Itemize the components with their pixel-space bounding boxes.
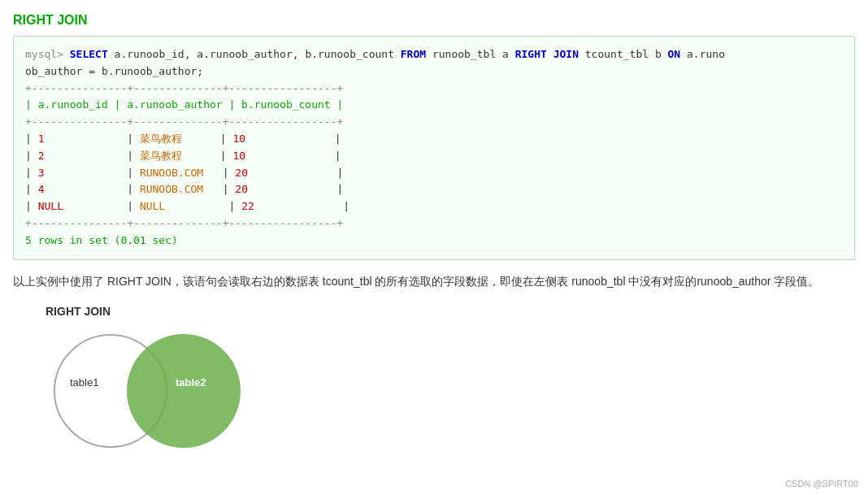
code-kw-from: FROM [401, 48, 426, 60]
row-4: | 4 | RUNOOB.COM | 20 | [25, 183, 343, 195]
diagram-container: RIGHT JOIN table1 table2 [13, 305, 855, 456]
code-query1: a.runoob_id, a.runoob_author, b.runoob_c… [108, 48, 401, 60]
label-table1: table1 [70, 376, 98, 389]
description: 以上实例中使用了 RIGHT JOIN，该语句会读取右边的数据表 tcount_… [13, 271, 855, 292]
row-1: | 1 | 菜鸟教程 | 10 | [25, 132, 341, 145]
code-sep2: +---------------+--------------+--------… [25, 115, 343, 128]
code-kw-right: RIGHT JOIN [515, 48, 579, 60]
circle-right [127, 334, 241, 448]
code-keyword: SELECT [63, 48, 108, 60]
code-summary: 5 rows in set (0.01 sec) [25, 234, 178, 246]
row-5: | NULL | NULL | 22 | [25, 200, 349, 212]
code-sep1: +---------------+--------------+--------… [25, 82, 343, 94]
footer-credit: CSDN @SPIRT00 [785, 479, 858, 488]
code-tables2: tcount_tbl b [579, 48, 668, 60]
code-block: mysql> SELECT a.runoob_id, a.runoob_auth… [13, 36, 855, 260]
code-prompt: mysql> [25, 48, 63, 60]
section-title: RIGHT JOIN [13, 13, 855, 28]
code-sep3: +---------------+--------------+--------… [25, 217, 343, 229]
code-header: | a.runoob_id | a.runoob_author | b.runo… [25, 98, 343, 111]
row-3: | 3 | RUNOOB.COM | 20 | [25, 167, 343, 179]
label-table2: table2 [176, 376, 206, 389]
venn-diagram: table1 table2 [46, 326, 257, 456]
code-content: mysql> SELECT a.runoob_id, a.runoob_auth… [25, 46, 843, 250]
row-2: | 2 | 菜鸟教程 | 10 | [25, 150, 341, 162]
diagram-title: RIGHT JOIN [46, 305, 111, 318]
code-kw-on: ON [668, 48, 681, 60]
code-tables: runoob_tbl a [426, 48, 515, 60]
